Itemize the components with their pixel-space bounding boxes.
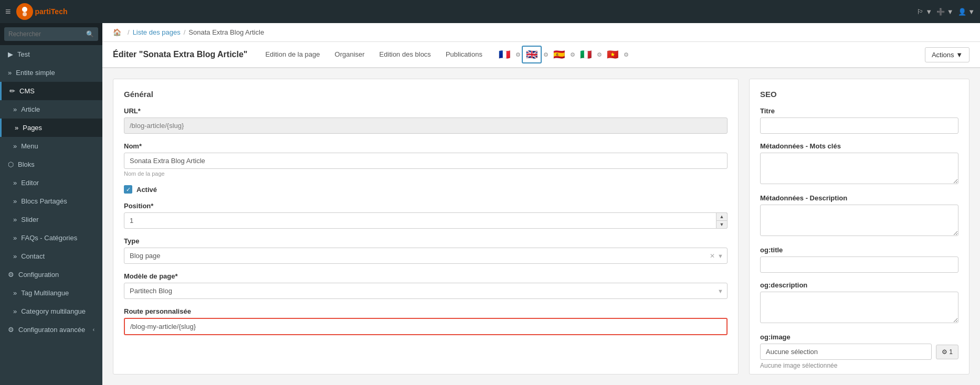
tab-organiser[interactable]: Organiser [328,43,372,67]
sidebar-item-entite[interactable]: » Entite simple [0,63,102,82]
lang-it-gear[interactable]: ⚙ [597,51,602,58]
actions-button[interactable]: Actions ▼ [925,47,970,62]
top-navbar: ≡ partiTech 🏳 ▼ ➕ ▼ 👤 ▼ [0,0,980,23]
position-label: Position* [124,202,728,210]
url-group: URL* [124,107,728,134]
lang-gb-btn[interactable] [522,46,542,63]
content-area: 🏠 / Liste des pages / Sonata Extra Blog … [102,23,980,385]
lang-vn-gear[interactable]: ⚙ [624,51,629,58]
breadcrumb-current: Sonata Extra Blog Article [188,28,264,36]
lang-es-gear[interactable]: ⚙ [570,51,575,58]
url-input[interactable] [124,117,728,134]
page-tabs: Edition de la page Organiser Edition des… [258,43,490,66]
modele-select[interactable]: Partitech Blog [124,283,728,299]
sidebar-item-bloks[interactable]: ⬡ Bloks [0,155,102,174]
sidebar: 🔍 ▶ Test » Entite simple ✏ CMS » Article… [0,23,102,385]
type-select[interactable]: Blog page [124,248,728,264]
search-input[interactable] [4,27,98,41]
lang-vn-btn[interactable] [603,46,622,63]
logo-text: partiTech [35,7,68,16]
sidebar-cms-icon: ✏ [9,87,15,95]
sidebar-item-editor[interactable]: » Editor [0,174,102,192]
og-no-image-text: Aucune image sélectionnée [760,362,958,369]
user-dropdown-btn[interactable]: 👤 ▼ [958,8,975,16]
sidebar-item-menu[interactable]: » Menu [0,137,102,155]
spin-up[interactable]: ▲ [716,212,728,220]
og-desc-group: og:description [760,281,958,325]
type-select-wrap: Blog page ✕ ▼ [124,248,728,264]
hamburger-icon[interactable]: ≡ [5,6,11,17]
sidebar-contact-label: Contact [21,252,45,260]
sidebar-menu-icon: » [13,142,17,150]
sidebar-item-pages[interactable]: » Pages [0,119,102,137]
og-title-label: og:title [760,246,958,254]
sidebar-article-label: Article [21,105,40,113]
meta-desc-textarea[interactable] [760,205,958,236]
route-group: Route personnalisée [124,307,728,335]
sidebar-item-article[interactable]: » Article [0,100,102,119]
sidebar-faqs-label: FAQs - Catégories [21,234,77,242]
nom-group: Nom* Nom de la page [124,142,728,177]
plus-dropdown-btn[interactable]: ➕ ▼ [936,8,953,16]
type-clear-icon[interactable]: ✕ [710,252,715,260]
sidebar-item-category-multilangue[interactable]: » Category multilangue [0,302,102,320]
sidebar-item-test[interactable]: ▶ Test [0,45,102,63]
sidebar-article-icon: » [13,105,17,113]
nom-input[interactable] [124,153,728,169]
position-input-wrap: ▲ ▼ [124,212,728,229]
type-label: Type [124,237,728,245]
search-wrap: 🔍 [4,27,98,41]
lang-gb-gear[interactable]: ⚙ [543,51,549,58]
meta-desc-label: Métadonnées - Description [760,194,958,202]
sidebar-bloks-label: Bloks [18,161,35,168]
lang-it-btn[interactable] [576,46,595,63]
sidebar-item-cms[interactable]: ✏ CMS [0,82,102,100]
lang-fr-gear[interactable]: ⚙ [515,51,521,58]
logo: partiTech [16,3,68,20]
sidebar-item-config-avancee[interactable]: ⚙ Configuraton avancée ‹ [0,320,102,339]
spin-down[interactable]: ▼ [716,220,728,229]
tab-publications[interactable]: Publications [438,43,490,67]
og-title-input[interactable] [760,256,958,273]
main-layout: 🔍 ▶ Test » Entite simple ✏ CMS » Article… [0,23,980,385]
sidebar-item-tag-multilangue[interactable]: » Tag Multilangue [0,284,102,302]
titre-input[interactable] [760,117,958,134]
type-group: Type Blog page ✕ ▼ [124,237,728,264]
sidebar-item-configuration[interactable]: ⚙ Configuration [0,265,102,284]
meta-mots-group: Métadonnées - Mots clés [760,142,958,186]
breadcrumb-list-pages[interactable]: Liste des pages [133,28,181,36]
route-input[interactable] [124,318,728,335]
position-input[interactable] [124,212,728,229]
breadcrumb-sep-1: / [128,28,130,36]
sidebar-item-contact[interactable]: » Contact [0,247,102,265]
sidebar-adv-label: Configuraton avancée [18,326,85,334]
meta-mots-textarea[interactable] [760,153,958,184]
sidebar-item-blocs-partages[interactable]: » Blocs Partagés [0,192,102,210]
flag-dropdown-btn[interactable]: 🏳 ▼ [917,8,932,16]
og-image-btn[interactable]: ⚙ 1 [936,345,958,359]
sidebar-faqs-icon: » [13,234,17,242]
home-icon[interactable]: 🏠 [113,28,121,36]
seo-section-title: SEO [760,90,958,99]
sidebar-tag-label: Tag Multilangue [21,289,69,297]
tab-edition-page[interactable]: Edition de la page [258,43,327,67]
flag-vn-icon [607,49,618,60]
lang-fr-btn[interactable] [495,46,514,63]
sidebar-slider-label: Slider [21,216,38,223]
og-image-group: og:image ⚙ 1 Aucune image sélectionnée [760,333,958,369]
sidebar-config-label: Configuration [18,271,59,279]
sidebar-item-slider[interactable]: » Slider [0,210,102,229]
nom-label: Nom* [124,142,728,150]
sidebar-cat-label: Category multilangue [21,307,86,315]
og-desc-textarea[interactable] [760,292,958,323]
sidebar-entite-icon: » [8,69,12,77]
og-image-input[interactable] [760,344,932,360]
sidebar-blocs-icon: » [13,197,17,205]
search-icon: 🔍 [86,30,94,38]
sidebar-item-faqs[interactable]: » FAQs - Catégories [0,229,102,247]
nav-left: ≡ partiTech [5,3,68,20]
lang-es-btn[interactable] [550,46,568,63]
tab-edition-blocs[interactable]: Edition des blocs [372,43,438,67]
position-spinners: ▲ ▼ [716,212,728,229]
active-checkbox[interactable] [124,185,132,194]
